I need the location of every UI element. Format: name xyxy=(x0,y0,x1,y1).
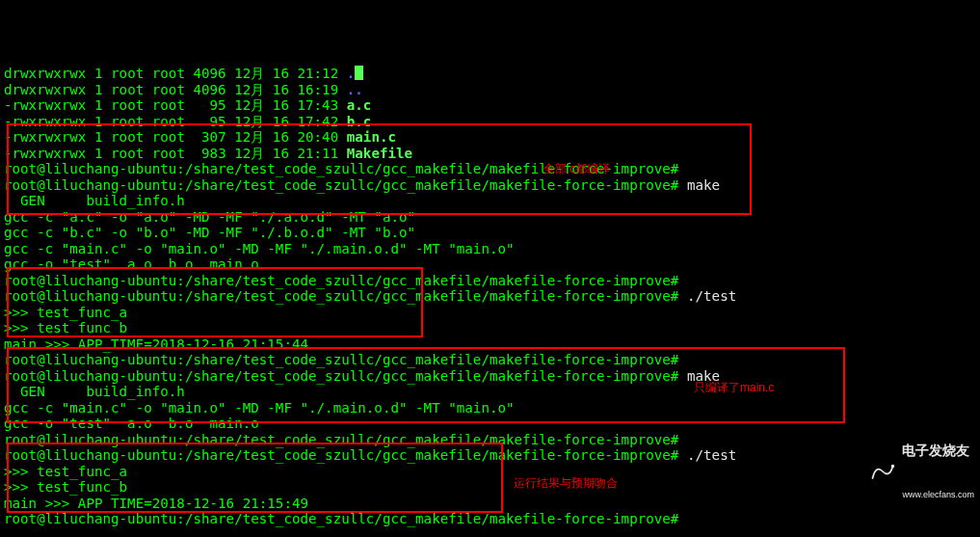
out-b: >>> test_func_b xyxy=(4,320,127,336)
file-ac: a.c xyxy=(347,97,372,113)
watermark-en: www.elecfans.com xyxy=(902,491,974,499)
file-makefile: Makefile xyxy=(347,146,412,161)
ls-row: -rwxrwxrwx 1 root root 95 12月 16 17:43 xyxy=(4,97,347,113)
file-mainc: main.c xyxy=(347,129,396,145)
file-bc: b.c xyxy=(347,114,372,129)
prompt: root@liluchang-ubuntu:/share/test_code_s… xyxy=(4,177,678,193)
out-a: >>> test_func_a xyxy=(4,305,127,320)
ls-row: drwxrwxrwx 1 root root 4096 12月 16 16:19 xyxy=(4,82,347,97)
cmd-test[interactable]: ./test xyxy=(687,447,736,463)
cmd-make[interactable]: make xyxy=(687,177,720,193)
out-time1: main >>> APP_TIME=2018-12-16 21:15:44 xyxy=(4,336,308,352)
prompt: root@liluchang-ubuntu:/share/test_code_s… xyxy=(4,368,678,384)
svg-point-0 xyxy=(891,465,895,469)
ls-row: drwxrwxrwx 1 root root 4096 12月 16 21:12 xyxy=(4,66,347,81)
gen-line: GEN build_info.h xyxy=(4,193,185,208)
anno-text-only: 只编译了main.c xyxy=(694,381,774,394)
prompt: root@liluchang-ubuntu:/share/test_code_s… xyxy=(4,511,678,526)
dir-dotdot: .. xyxy=(347,82,363,97)
dir-dot: . xyxy=(347,66,356,81)
watermark: 电子发烧友 www.elecfans.com xyxy=(869,412,974,531)
anno-text-all: 全部.c都编译 xyxy=(543,162,610,175)
ls-row: -rwxrwxrwx 1 root root 95 12月 16 17:42 xyxy=(4,114,347,129)
terminal[interactable]: drwxrwxrwx 1 root root 4096 12月 16 21:12… xyxy=(4,50,976,527)
cursor xyxy=(355,66,363,80)
gcc-b: gcc -c "b.c" -o "b.o" -MD -MF "./.b.o.d"… xyxy=(4,225,415,240)
gcc-a: gcc -c "a.c" -o "a.o" -MD -MF "./.a.o.d"… xyxy=(4,209,415,225)
out-b: >>> test_func_b xyxy=(4,479,127,495)
out-a: >>> test_func_a xyxy=(4,464,127,479)
gcc-link: gcc -o "test" a.o b.o main.o xyxy=(4,416,259,431)
ls-row: -rwxrwxrwx 1 root root 983 12月 16 21:11 xyxy=(4,146,347,161)
prompt: root@liluchang-ubuntu:/share/test_code_s… xyxy=(4,432,678,447)
prompt: root@liluchang-ubuntu:/share/test_code_s… xyxy=(4,352,678,367)
watermark-cn: 电子发烧友 xyxy=(902,443,974,457)
anno-text-result: 运行结果与预期吻合 xyxy=(514,476,618,490)
gcc-main: gcc -c "main.c" -o "main.o" -MD -MF "./.… xyxy=(4,400,515,416)
ls-row: -rwxrwxrwx 1 root root 307 12月 16 20:40 xyxy=(4,129,347,145)
prompt: root@liluchang-ubuntu:/share/test_code_s… xyxy=(4,273,678,288)
gen-line: GEN build_info.h xyxy=(4,384,185,399)
out-time2: main >>> APP_TIME=2018-12-16 21:15:49 xyxy=(4,496,308,511)
gcc-link: gcc -o "test" a.o b.o main.o xyxy=(4,256,259,272)
cmd-test[interactable]: ./test xyxy=(687,288,736,304)
prompt: root@liluchang-ubuntu:/share/test_code_s… xyxy=(4,288,678,304)
gcc-main: gcc -c "main.c" -o "main.o" -MD -MF "./.… xyxy=(4,241,515,256)
prompt: root@liluchang-ubuntu:/share/test_code_s… xyxy=(4,447,678,463)
watermark-icon xyxy=(869,458,896,485)
